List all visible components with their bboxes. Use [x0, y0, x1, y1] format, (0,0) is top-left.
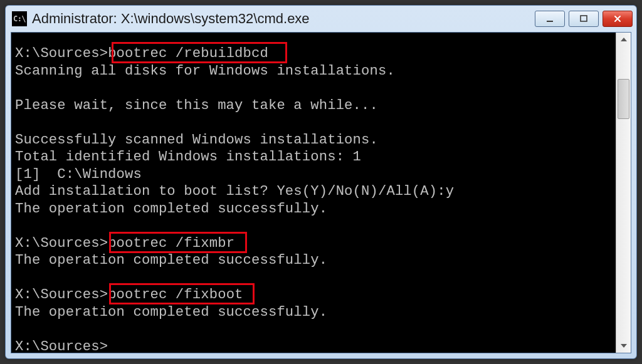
cmd-icon: C:\	[12, 11, 27, 26]
scroll-down-button[interactable]	[616, 339, 631, 353]
svg-rect-1	[581, 16, 587, 21]
close-icon	[613, 14, 622, 23]
prompt: X:\Sources>	[15, 339, 108, 354]
maximize-icon	[579, 14, 588, 23]
chevron-down-icon	[621, 344, 627, 348]
window-controls	[535, 11, 633, 27]
command-rebuildbcd: bootrec /rebuildbcd	[108, 46, 268, 61]
client-area: X:\Sources>bootrec /rebuildbcd Scanning …	[11, 32, 631, 353]
terminal-line: The operation completed successfully.	[15, 252, 327, 268]
terminal-line: Add installation to boot list? Yes(Y)/No…	[15, 184, 454, 199]
scroll-track[interactable]	[616, 46, 631, 339]
scroll-up-button[interactable]	[616, 33, 631, 46]
titlebar[interactable]: C:\ Administrator: X:\windows\system32\c…	[6, 6, 636, 32]
terminal-line: The operation completed successfully.	[15, 304, 327, 320]
terminal-line: [1] C:\Windows	[15, 167, 142, 182]
chevron-up-icon	[621, 38, 627, 41]
command-fixmbr: bootrec /fixmbr	[108, 236, 234, 251]
terminal-line: Scanning all disks for Windows installat…	[15, 63, 395, 79]
cmd-window: C:\ Administrator: X:\windows\system32\c…	[5, 5, 637, 359]
close-button[interactable]	[603, 11, 633, 27]
terminal-line: Total identified Windows installations: …	[15, 149, 361, 165]
prompt: X:\Sources>	[15, 287, 108, 303]
maximize-button[interactable]	[569, 11, 599, 27]
command-fixboot: bootrec /fixboot	[108, 287, 243, 303]
terminal-line: Please wait, since this may take a while…	[15, 98, 378, 113]
minimize-button[interactable]	[535, 11, 565, 27]
window-title: Administrator: X:\windows\system32\cmd.e…	[32, 11, 530, 27]
scroll-thumb[interactable]	[618, 79, 629, 119]
prompt: X:\Sources>	[15, 46, 108, 61]
terminal-output[interactable]: X:\Sources>bootrec /rebuildbcd Scanning …	[11, 33, 616, 353]
terminal-line: Successfully scanned Windows installatio…	[15, 132, 378, 148]
prompt: X:\Sources>	[15, 236, 108, 251]
minimize-icon	[545, 14, 554, 23]
svg-rect-0	[547, 21, 553, 22]
scrollbar-vertical[interactable]	[616, 33, 631, 353]
terminal-line: The operation completed successfully.	[15, 201, 327, 217]
